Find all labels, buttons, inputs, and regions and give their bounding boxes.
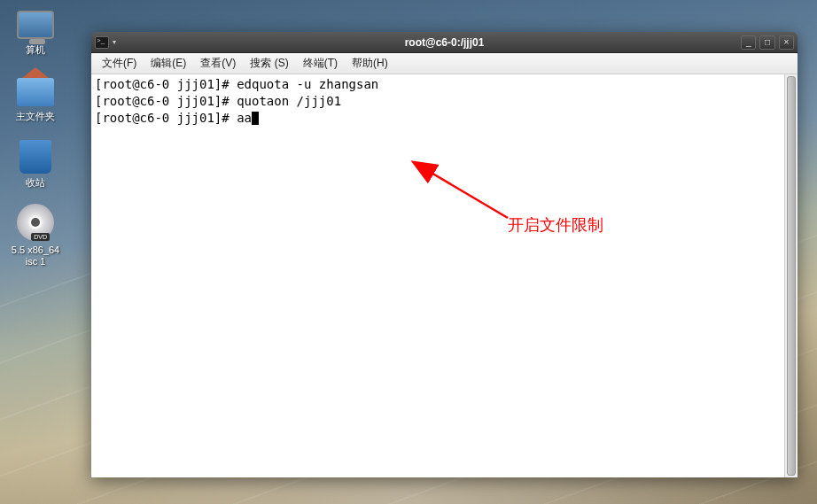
scrollbar-thumb[interactable] (787, 76, 796, 476)
terminal-window: ▾ root@c6-0:/jjj01 _ □ × 文件(F) 编辑(E) 查看(… (91, 32, 798, 477)
menu-terminal[interactable]: 终端(T) (296, 54, 345, 73)
scrollbar[interactable] (784, 74, 798, 477)
command: quotaon /jjj01 (237, 94, 341, 108)
titlebar[interactable]: ▾ root@c6-0:/jjj01 _ □ × (91, 32, 798, 53)
prompt: [root@c6-0 jjj01]# (95, 111, 237, 125)
close-button[interactable]: × (779, 35, 794, 50)
trash-icon[interactable]: 收站 (4, 133, 66, 189)
menu-help[interactable]: 帮助(H) (345, 54, 395, 73)
terminal-line: [root@c6-0 jjj01]# edquota -u zhangsan (95, 76, 794, 93)
dvd-icon[interactable]: DVD 5.5 x86_64 isc 1 (4, 200, 66, 268)
cursor (252, 112, 259, 125)
window-title: root@c6-0:/jjj01 (148, 36, 741, 49)
menu-edit[interactable]: 编辑(E) (144, 54, 193, 73)
desktop-icon-label: 收站 (4, 177, 66, 189)
command: aa (237, 111, 252, 125)
prompt: [root@c6-0 jjj01]# (95, 77, 237, 91)
terminal-line: [root@c6-0 jjj01]# quotaon /jjj01 (95, 93, 794, 110)
menubar: 文件(F) 编辑(E) 查看(V) 搜索 (S) 终端(T) 帮助(H) (91, 53, 798, 74)
terminal-line: [root@c6-0 jjj01]# aa (95, 110, 794, 127)
terminal-area[interactable]: [root@c6-0 jjj01]# edquota -u zhangsan [… (91, 74, 798, 477)
command: edquota -u zhangsan (237, 77, 378, 91)
menu-file[interactable]: 文件(F) (95, 54, 144, 73)
dvd-badge: DVD (31, 233, 50, 241)
desktop-icon-label: 主文件夹 (4, 111, 66, 122)
svg-line-1 (430, 172, 508, 218)
minimize-button[interactable]: _ (741, 35, 756, 50)
arrow-icon (419, 163, 525, 234)
desktop-icons: 算机 主文件夹 收站 DVD 5.5 x86_64 isc 1 (0, 0, 71, 278)
maximize-button[interactable]: □ (759, 35, 774, 50)
menu-view[interactable]: 查看(V) (193, 54, 243, 73)
desktop-icon-label: 算机 (4, 44, 66, 56)
annotation: 开启文件限制 (419, 163, 525, 238)
computer-icon[interactable]: 算机 (4, 0, 66, 56)
app-menu-chevron-icon[interactable]: ▾ (113, 38, 116, 46)
app-icon (95, 36, 109, 49)
desktop-icon-label: 5.5 x86_64 isc 1 (4, 244, 66, 268)
menu-search[interactable]: 搜索 (S) (243, 54, 295, 73)
annotation-text: 开启文件限制 (508, 214, 603, 236)
prompt: [root@c6-0 jjj01]# (95, 94, 237, 108)
home-folder-icon[interactable]: 主文件夹 (4, 66, 66, 122)
